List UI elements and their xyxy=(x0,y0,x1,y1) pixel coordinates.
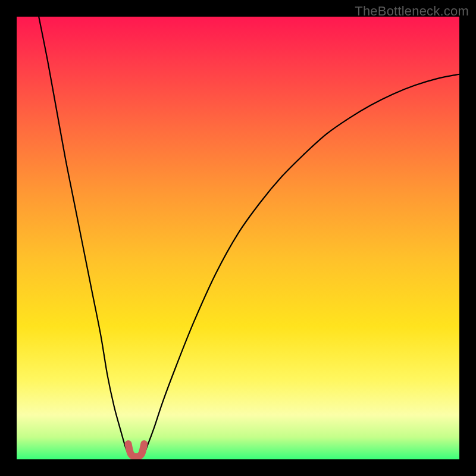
chart-frame: TheBottleneck.com xyxy=(0,0,476,476)
bottleneck-left-branch xyxy=(39,17,128,454)
curve-layer xyxy=(17,17,459,459)
bottleneck-right-branch xyxy=(144,74,459,454)
plot-area xyxy=(17,17,459,459)
trough-marker xyxy=(128,444,144,457)
